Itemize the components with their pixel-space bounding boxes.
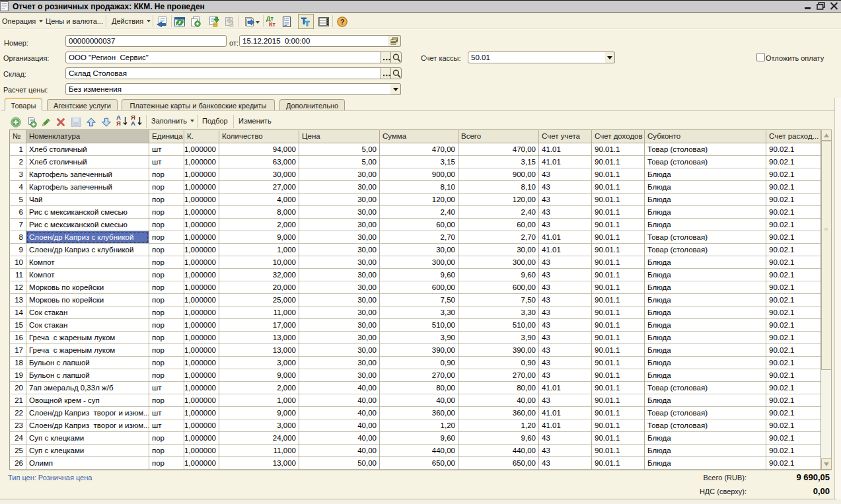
svg-text:?: ? bbox=[340, 18, 345, 26]
